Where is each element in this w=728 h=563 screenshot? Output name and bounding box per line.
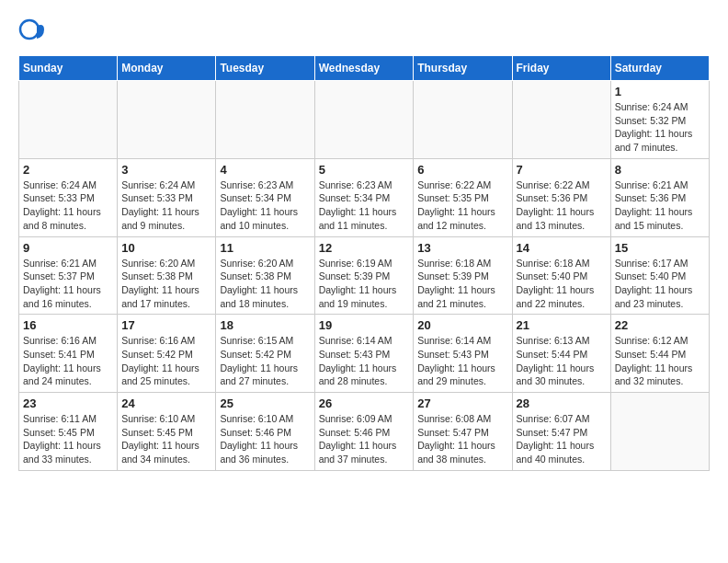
- calendar-cell: [118, 81, 216, 159]
- header-wednesday: Wednesday: [314, 56, 414, 81]
- day-info: Sunrise: 6:14 AM Sunset: 5:43 PM Dayligh…: [319, 334, 410, 388]
- calendar-cell: 17Sunrise: 6:16 AM Sunset: 5:42 PM Dayli…: [118, 315, 216, 393]
- calendar-cell: 18Sunrise: 6:15 AM Sunset: 5:42 PM Dayli…: [216, 315, 314, 393]
- calendar-header-row: SundayMondayTuesdayWednesdayThursdayFrid…: [19, 56, 710, 81]
- day-info: Sunrise: 6:13 AM Sunset: 5:44 PM Dayligh…: [517, 334, 607, 388]
- day-info: Sunrise: 6:08 AM Sunset: 5:47 PM Dayligh…: [417, 412, 507, 466]
- day-info: Sunrise: 6:16 AM Sunset: 5:42 PM Dayligh…: [121, 334, 211, 388]
- header-monday: Monday: [118, 56, 216, 81]
- day-info: Sunrise: 6:21 AM Sunset: 5:37 PM Dayligh…: [23, 257, 113, 311]
- calendar-cell: [216, 81, 314, 159]
- calendar-week-row: 9Sunrise: 6:21 AM Sunset: 5:37 PM Daylig…: [19, 236, 710, 315]
- day-number: 19: [319, 318, 410, 332]
- calendar-week-row: 1Sunrise: 6:24 AM Sunset: 5:32 PM Daylig…: [19, 81, 710, 159]
- day-number: 18: [220, 318, 310, 332]
- calendar-cell: 28Sunrise: 6:07 AM Sunset: 5:47 PM Dayli…: [512, 393, 610, 471]
- calendar-cell: 10Sunrise: 6:20 AM Sunset: 5:38 PM Dayli…: [118, 236, 216, 315]
- calendar-cell: 4Sunrise: 6:23 AM Sunset: 5:34 PM Daylig…: [216, 158, 314, 236]
- calendar-cell: 2Sunrise: 6:24 AM Sunset: 5:33 PM Daylig…: [19, 158, 118, 236]
- calendar-cell: 14Sunrise: 6:18 AM Sunset: 5:40 PM Dayli…: [512, 236, 610, 315]
- calendar-cell: 16Sunrise: 6:16 AM Sunset: 5:41 PM Dayli…: [19, 315, 118, 393]
- page-header: [18, 18, 710, 46]
- day-info: Sunrise: 6:20 AM Sunset: 5:38 PM Dayligh…: [121, 257, 211, 311]
- day-info: Sunrise: 6:22 AM Sunset: 5:35 PM Dayligh…: [417, 178, 507, 233]
- calendar-cell: [314, 81, 414, 159]
- day-info: Sunrise: 6:10 AM Sunset: 5:46 PM Dayligh…: [220, 412, 310, 466]
- day-number: 7: [517, 163, 607, 177]
- logo: [18, 18, 50, 46]
- day-info: Sunrise: 6:24 AM Sunset: 5:33 PM Dayligh…: [121, 178, 211, 233]
- calendar-cell: 11Sunrise: 6:20 AM Sunset: 5:38 PM Dayli…: [216, 236, 314, 315]
- day-number: 27: [417, 396, 507, 410]
- day-number: 20: [417, 318, 507, 332]
- logo-icon: [18, 18, 46, 46]
- day-info: Sunrise: 6:17 AM Sunset: 5:40 PM Dayligh…: [615, 257, 705, 311]
- day-info: Sunrise: 6:21 AM Sunset: 5:36 PM Dayligh…: [615, 178, 705, 233]
- day-number: 17: [121, 318, 211, 332]
- calendar-cell: 3Sunrise: 6:24 AM Sunset: 5:33 PM Daylig…: [118, 158, 216, 236]
- day-info: Sunrise: 6:09 AM Sunset: 5:46 PM Dayligh…: [319, 412, 410, 466]
- day-number: 14: [517, 241, 607, 255]
- header-sunday: Sunday: [19, 56, 118, 81]
- day-number: 23: [23, 396, 113, 410]
- day-number: 2: [23, 163, 113, 177]
- day-number: 11: [220, 241, 310, 255]
- calendar-cell: [19, 81, 118, 159]
- calendar-cell: 23Sunrise: 6:11 AM Sunset: 5:45 PM Dayli…: [19, 393, 118, 471]
- day-number: 6: [417, 163, 507, 177]
- day-number: 21: [517, 318, 607, 332]
- calendar-cell: 12Sunrise: 6:19 AM Sunset: 5:39 PM Dayli…: [314, 236, 414, 315]
- calendar-cell: 5Sunrise: 6:23 AM Sunset: 5:34 PM Daylig…: [314, 158, 414, 236]
- calendar-cell: 13Sunrise: 6:18 AM Sunset: 5:39 PM Dayli…: [414, 236, 512, 315]
- header-saturday: Saturday: [610, 56, 709, 81]
- calendar-cell: [610, 393, 709, 471]
- day-info: Sunrise: 6:10 AM Sunset: 5:45 PM Dayligh…: [121, 412, 211, 466]
- day-number: 8: [615, 163, 705, 177]
- calendar-cell: 25Sunrise: 6:10 AM Sunset: 5:46 PM Dayli…: [216, 393, 314, 471]
- day-info: Sunrise: 6:24 AM Sunset: 5:33 PM Dayligh…: [23, 178, 113, 233]
- header-tuesday: Tuesday: [216, 56, 314, 81]
- calendar-cell: 1Sunrise: 6:24 AM Sunset: 5:32 PM Daylig…: [610, 81, 709, 159]
- day-number: 25: [220, 396, 310, 410]
- day-number: 1: [615, 85, 705, 98]
- day-number: 9: [23, 241, 113, 255]
- day-info: Sunrise: 6:23 AM Sunset: 5:34 PM Dayligh…: [220, 178, 310, 233]
- calendar-cell: 22Sunrise: 6:12 AM Sunset: 5:44 PM Dayli…: [610, 315, 709, 393]
- day-number: 4: [220, 163, 310, 177]
- day-number: 28: [517, 396, 607, 410]
- day-info: Sunrise: 6:18 AM Sunset: 5:39 PM Dayligh…: [417, 257, 507, 311]
- day-number: 26: [319, 396, 410, 410]
- header-thursday: Thursday: [414, 56, 512, 81]
- day-number: 16: [23, 318, 113, 332]
- calendar-cell: 8Sunrise: 6:21 AM Sunset: 5:36 PM Daylig…: [610, 158, 709, 236]
- day-info: Sunrise: 6:15 AM Sunset: 5:42 PM Dayligh…: [220, 334, 310, 388]
- day-number: 10: [121, 241, 211, 255]
- day-info: Sunrise: 6:16 AM Sunset: 5:41 PM Dayligh…: [23, 334, 113, 388]
- day-number: 3: [121, 163, 211, 177]
- calendar-cell: 7Sunrise: 6:22 AM Sunset: 5:36 PM Daylig…: [512, 158, 610, 236]
- day-info: Sunrise: 6:12 AM Sunset: 5:44 PM Dayligh…: [615, 334, 705, 388]
- day-number: 5: [319, 163, 410, 177]
- day-info: Sunrise: 6:23 AM Sunset: 5:34 PM Dayligh…: [319, 178, 410, 233]
- calendar-week-row: 16Sunrise: 6:16 AM Sunset: 5:41 PM Dayli…: [19, 315, 710, 393]
- calendar-cell: 6Sunrise: 6:22 AM Sunset: 5:35 PM Daylig…: [414, 158, 512, 236]
- day-number: 24: [121, 396, 211, 410]
- calendar-cell: 26Sunrise: 6:09 AM Sunset: 5:46 PM Dayli…: [314, 393, 414, 471]
- calendar-cell: 27Sunrise: 6:08 AM Sunset: 5:47 PM Dayli…: [414, 393, 512, 471]
- calendar-week-row: 23Sunrise: 6:11 AM Sunset: 5:45 PM Dayli…: [19, 393, 710, 471]
- day-info: Sunrise: 6:20 AM Sunset: 5:38 PM Dayligh…: [220, 257, 310, 311]
- day-info: Sunrise: 6:19 AM Sunset: 5:39 PM Dayligh…: [319, 257, 410, 311]
- day-number: 12: [319, 241, 410, 255]
- day-info: Sunrise: 6:22 AM Sunset: 5:36 PM Dayligh…: [517, 178, 607, 233]
- calendar-cell: 9Sunrise: 6:21 AM Sunset: 5:37 PM Daylig…: [19, 236, 118, 315]
- calendar-table: SundayMondayTuesdayWednesdayThursdayFrid…: [18, 55, 710, 471]
- header-friday: Friday: [512, 56, 610, 81]
- day-number: 22: [615, 318, 705, 332]
- calendar-week-row: 2Sunrise: 6:24 AM Sunset: 5:33 PM Daylig…: [19, 158, 710, 236]
- day-info: Sunrise: 6:07 AM Sunset: 5:47 PM Dayligh…: [517, 412, 607, 466]
- calendar-cell: 20Sunrise: 6:14 AM Sunset: 5:43 PM Dayli…: [414, 315, 512, 393]
- calendar-cell: 19Sunrise: 6:14 AM Sunset: 5:43 PM Dayli…: [314, 315, 414, 393]
- day-info: Sunrise: 6:24 AM Sunset: 5:32 PM Dayligh…: [615, 100, 705, 155]
- calendar-cell: [414, 81, 512, 159]
- day-number: 13: [417, 241, 507, 255]
